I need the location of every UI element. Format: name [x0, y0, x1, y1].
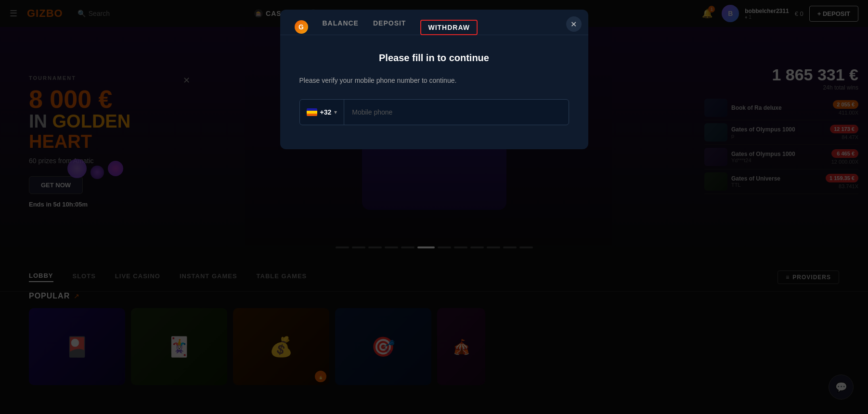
country-selector[interactable]: +32 ▾ — [300, 100, 345, 125]
modal-overlay: ✕ G BALANCE DEPOSIT WITHDRAW Please fill… — [0, 0, 868, 414]
tab-balance[interactable]: BALANCE — [323, 19, 359, 35]
chevron-down-icon: ▾ — [334, 109, 337, 116]
modal-body: Please fill in to continue Please verify… — [280, 35, 588, 149]
modal-logo-icon: G — [295, 20, 308, 34]
withdraw-modal: ✕ G BALANCE DEPOSIT WITHDRAW Please fill… — [280, 10, 588, 149]
phone-input-row: +32 ▾ — [299, 99, 569, 125]
modal-tabs: G BALANCE DEPOSIT WITHDRAW — [280, 10, 588, 35]
flag-icon — [307, 108, 317, 116]
modal-description: Please verify your mobile phone number t… — [299, 75, 569, 86]
tab-withdraw[interactable]: WITHDRAW — [420, 20, 478, 35]
modal-close-button[interactable]: ✕ — [566, 16, 582, 32]
modal-title: Please fill in to continue — [299, 52, 569, 64]
country-code: +32 — [320, 108, 332, 116]
tab-deposit[interactable]: DEPOSIT — [373, 19, 406, 35]
phone-input[interactable] — [344, 100, 568, 125]
